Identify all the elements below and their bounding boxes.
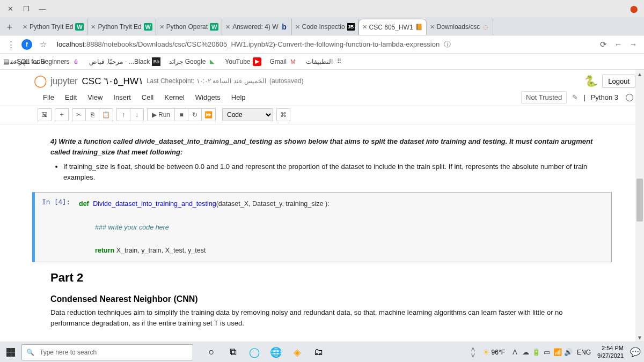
menu-view[interactable]: View [82,91,108,104]
info-icon[interactable]: ⓘ [444,40,451,49]
udemy-icon: û [72,57,80,66]
close-icon[interactable]: ✕ [225,24,230,31]
star-icon[interactable]: ☆ [35,37,50,52]
clock[interactable]: 2:54 PM9/27/2021 [594,345,627,359]
jupyter-logo-icon[interactable]: ◯ [34,74,47,88]
multitask-icon[interactable]: ❐ [18,1,34,17]
bookmark-google[interactable]: ◣Google جرائد [169,57,216,66]
kernel-indicator-icon[interactable] [626,94,633,101]
move-down-button[interactable]: ↓ [130,108,144,121]
menu-cell[interactable]: Cell [136,91,159,104]
tab-5[interactable]: ✕CSC 605_HW1📙 [358,19,427,35]
close-icon[interactable]: ✕ [159,24,164,31]
power-icon[interactable]: ▭ [541,348,552,356]
scrollbar-thumb[interactable] [636,179,643,221]
search-input[interactable]: 🔍Type here to search [21,344,193,360]
minimize-icon[interactable]: — [34,1,50,17]
window-title-bar: ✕ ❐ — ⬤ [0,0,644,17]
paste-button[interactable]: 📋 [99,108,113,121]
tab-6[interactable]: ✕Downloads/csc◌ [427,19,494,35]
logout-button[interactable]: Logout [602,75,635,88]
code-editor[interactable]: def Divide_dataset_into_training_and_tes… [74,193,611,262]
volume-icon[interactable]: 🔊 [563,348,574,356]
notifications-icon[interactable]: 💬 [627,347,644,357]
menu-icon[interactable]: ⋮ [3,37,18,52]
bookmark-blackboard[interactable]: BbBlack... - مرحبًا, فياض [89,57,161,66]
task-view-icon[interactable]: ⧉ [223,342,243,363]
url-field[interactable]: localhost:8888/notebooks/Downloads/csc/C… [50,37,596,52]
battery-icon[interactable]: 🔋 [531,348,541,356]
restart-button[interactable]: ↻ [188,108,202,121]
apps-button[interactable]: ⠿التطبيقات [306,57,343,66]
not-trusted-button[interactable]: Not Trusted [521,91,567,104]
app-icon[interactable]: ◯ [245,342,264,363]
cut-button[interactable]: ✂ [72,108,86,121]
tab-1[interactable]: ✕Python Tryit EdW [87,19,156,35]
jupyter-icon: ◌ [482,23,489,31]
profile-icon[interactable]: ⬤ [626,1,642,17]
weather-widget[interactable]: ☀96°F [478,348,509,357]
browser-tabs: + ✕Python Tryit EdW ✕Python Tryit EdW ✕P… [0,17,644,35]
menu-kernel[interactable]: Kernel [159,91,190,104]
save-button[interactable]: 🖫 [38,108,52,121]
scroll-down-icon[interactable]: ▼ [635,333,644,342]
scroll-up-icon[interactable]: ▲ [635,70,644,78]
restart-run-all-button[interactable]: ⏩ [201,108,216,121]
interrupt-button[interactable]: ■ [174,108,188,121]
menu-widgets[interactable]: Widgets [190,91,226,104]
close-icon[interactable]: ✕ [362,24,367,31]
new-tab-button[interactable]: + [2,20,17,35]
tab-3[interactable]: ✕Answered: 4) Wb [222,19,291,35]
forward-icon[interactable]: → [626,37,641,52]
heading-cnn[interactable]: Condensed Nearest Neighbor (CNN) [16,287,628,307]
edit-icon[interactable]: ✎ [572,93,578,101]
bookmark-youtube[interactable]: ▶YouTube [225,57,261,66]
copy-button[interactable]: ⎘ [85,108,99,121]
close-icon[interactable]: ✕ [23,24,27,31]
reading-list-button[interactable]: قائمة القراءة ▤ [3,54,46,70]
cell-type-select[interactable]: Code [222,108,273,121]
menu-help[interactable]: Help [226,91,251,104]
menu-insert[interactable]: Insert [108,91,136,104]
overflow-icon[interactable]: ᐱᐯ [468,346,478,358]
menu-file[interactable]: File [38,91,60,104]
markdown-cell[interactable]: Data reduction techniques aim to simplif… [16,307,628,334]
checkpoint-label: Last Checkpoint: الخميس عند الساعة ١٠:٠٢ [147,77,266,85]
start-button[interactable] [0,342,21,363]
jetbrains-icon: JB [347,23,355,31]
tab-2[interactable]: ✕Python OperatW [156,19,222,35]
chrome-icon[interactable]: 🌐 [266,342,286,363]
close-icon[interactable]: ✕ [91,24,96,31]
menu-edit[interactable]: Edit [60,91,82,104]
notebook-name[interactable]: CSC ٦٠٥_HW١ [82,76,143,87]
cortana-icon[interactable]: ○ [202,342,221,363]
heading-part2[interactable]: Part 2 [16,262,628,287]
code-cell[interactable]: In [4]: def Divide_dataset_into_training… [32,192,612,262]
autosaved-label: (autosaved) [269,77,303,85]
kernel-name[interactable]: Python 3 [591,93,618,101]
tab-0[interactable]: ✕Python Tryit EdW [19,19,87,35]
notebook-header: ◯ jupyter CSC ٦٠٥_HW١ Last Checkpoint: ا… [0,70,644,90]
onedrive-icon[interactable]: ☁ [520,348,531,356]
close-icon[interactable]: ✕ [430,24,435,31]
jupyter-icon: 📙 [415,24,423,31]
app-icon[interactable]: ◈ [288,342,307,363]
wifi-icon[interactable]: 📶 [552,348,563,356]
bookmark-gmail[interactable]: MGmail [270,57,297,66]
back-icon[interactable]: ← [611,37,626,52]
bookmarks-bar: قائمة القراءة ▤ ⠿التطبيقات MGmail ▶YouTu… [0,54,644,70]
scrollbar[interactable]: ▲ ▼ [635,70,644,342]
language-indicator[interactable]: ENG [574,349,594,356]
add-cell-button[interactable]: ＋ [55,108,69,121]
site-badge[interactable]: f [21,39,32,50]
reload-icon[interactable]: ⟳ [596,37,611,52]
command-palette-button[interactable]: ⌘ [276,108,290,121]
tray-chevron-icon[interactable]: ᐱ [509,348,520,356]
markdown-cell[interactable]: 4) Write a function called divide_datase… [16,132,628,188]
close-icon[interactable]: ✕ [295,24,300,31]
move-up-button[interactable]: ↑ [116,108,130,121]
close-icon[interactable]: ✕ [2,1,18,17]
file-explorer-icon[interactable]: 🗂 [309,342,328,363]
run-button[interactable]: ▶ Run [147,108,175,121]
tab-4[interactable]: ✕Code InspectioJB [292,19,358,35]
